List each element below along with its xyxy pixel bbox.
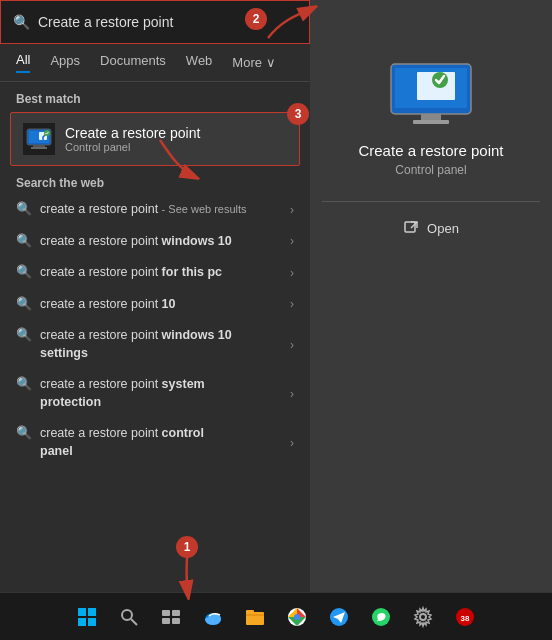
search-icon-6: 🔍 bbox=[16, 376, 32, 391]
control-panel-icon bbox=[25, 127, 53, 151]
taskbar-whatsapp-icon[interactable] bbox=[363, 599, 399, 635]
web-item-text-4: create a restore point 10 bbox=[40, 296, 176, 314]
svg-rect-10 bbox=[421, 114, 441, 121]
search-icon-5: 🔍 bbox=[16, 327, 32, 342]
web-item-4[interactable]: 🔍 create a restore point 10 › bbox=[0, 289, 310, 321]
search-icon-1: 🔍 bbox=[16, 201, 32, 216]
web-item-left-3: 🔍 create a restore point for this pc bbox=[16, 264, 282, 282]
edge-icon bbox=[202, 606, 224, 628]
chat-icon bbox=[328, 606, 350, 628]
web-item-left-2: 🔍 create a restore point windows 10 bbox=[16, 233, 282, 251]
taskbar-windows-icon[interactable] bbox=[69, 599, 105, 635]
search-icon-3: 🔍 bbox=[16, 264, 32, 279]
svg-point-18 bbox=[122, 610, 132, 620]
chrome-icon bbox=[286, 606, 308, 628]
search-icon: 🔍 bbox=[13, 14, 30, 30]
web-item-text-5: create a restore point windows 10setting… bbox=[40, 327, 232, 362]
nav-tabs: All Apps Documents Web More ∨ bbox=[0, 44, 310, 82]
svg-point-32 bbox=[420, 614, 426, 620]
svg-rect-2 bbox=[31, 147, 47, 149]
rp-icon-container bbox=[386, 60, 476, 130]
taskbar-search-glyph bbox=[119, 607, 139, 627]
best-match-title: Create a restore point bbox=[65, 125, 200, 141]
tab-more[interactable]: More ∨ bbox=[232, 55, 275, 70]
file-explorer-icon bbox=[244, 606, 266, 628]
tab-documents[interactable]: Documents bbox=[100, 53, 166, 72]
search-icon-2: 🔍 bbox=[16, 233, 32, 248]
open-icon bbox=[403, 220, 419, 236]
web-item-6[interactable]: 🔍 create a restore point systemprotectio… bbox=[0, 369, 310, 418]
badge-3: 3 bbox=[287, 103, 309, 125]
rp-divider bbox=[322, 201, 540, 202]
chevron-right-3: › bbox=[290, 266, 294, 280]
search-window: 🔍 All Apps Documents Web More ∨ Best mat… bbox=[0, 0, 310, 600]
web-item-text-2: create a restore point windows 10 bbox=[40, 233, 232, 251]
rp-monitor-icon bbox=[387, 62, 475, 128]
web-item-5[interactable]: 🔍 create a restore point windows 10setti… bbox=[0, 320, 310, 369]
tab-apps[interactable]: Apps bbox=[50, 53, 80, 72]
best-match-text: Create a restore point Control panel bbox=[65, 125, 200, 153]
web-item-left-7: 🔍 create a restore point controlpanel bbox=[16, 425, 282, 460]
settings-gear-icon bbox=[412, 606, 434, 628]
web-item-left-6: 🔍 create a restore point systemprotectio… bbox=[16, 376, 282, 411]
svg-text:38: 38 bbox=[461, 614, 470, 623]
svg-point-29 bbox=[294, 614, 300, 620]
chevron-right-2: › bbox=[290, 234, 294, 248]
best-match-subtitle: Control panel bbox=[65, 141, 200, 153]
taskbar-search-icon[interactable] bbox=[111, 599, 147, 635]
rp-subtitle: Control panel bbox=[395, 163, 466, 177]
search-bar[interactable]: 🔍 bbox=[0, 0, 310, 44]
svg-rect-21 bbox=[172, 610, 180, 616]
svg-rect-26 bbox=[246, 610, 254, 614]
svg-rect-15 bbox=[88, 608, 96, 616]
svg-rect-23 bbox=[172, 618, 180, 624]
taskbar-telegram-icon[interactable] bbox=[321, 599, 357, 635]
search-icon-4: 🔍 bbox=[16, 296, 32, 311]
rp-title: Create a restore point bbox=[358, 142, 503, 159]
chevron-right-6: › bbox=[290, 387, 294, 401]
right-panel: Create a restore point Control panel Ope… bbox=[310, 0, 552, 600]
web-item-text-7: create a restore point controlpanel bbox=[40, 425, 204, 460]
best-match-icon bbox=[23, 123, 55, 155]
web-item-left-4: 🔍 create a restore point 10 bbox=[16, 296, 282, 314]
svg-rect-12 bbox=[405, 222, 415, 232]
web-item-text-3: create a restore point for this pc bbox=[40, 264, 222, 282]
chevron-right-4: › bbox=[290, 297, 294, 311]
web-item-text-1: create a restore point - See web results bbox=[40, 201, 247, 219]
svg-rect-22 bbox=[162, 618, 170, 624]
web-search-label: Search the web bbox=[0, 166, 310, 194]
web-item-left-5: 🔍 create a restore point windows 10setti… bbox=[16, 327, 282, 362]
chevron-right-1: › bbox=[290, 203, 294, 217]
web-item-7[interactable]: 🔍 create a restore point controlpanel › bbox=[0, 418, 310, 467]
svg-rect-14 bbox=[78, 608, 86, 616]
rp-open-button[interactable]: Open bbox=[395, 216, 467, 240]
tab-web[interactable]: Web bbox=[186, 53, 213, 72]
web-item-2[interactable]: 🔍 create a restore point windows 10 › bbox=[0, 226, 310, 258]
chevron-right-7: › bbox=[290, 436, 294, 450]
task-view-icon bbox=[161, 607, 181, 627]
taskbar-chrome-icon[interactable] bbox=[279, 599, 315, 635]
taskbar-edge-icon[interactable] bbox=[195, 599, 231, 635]
best-match-item[interactable]: Create a restore point Control panel 3 bbox=[10, 112, 300, 166]
svg-line-19 bbox=[131, 619, 137, 625]
web-item-1[interactable]: 🔍 create a restore point - See web resul… bbox=[0, 194, 310, 226]
taskbar-settings-icon[interactable] bbox=[405, 599, 441, 635]
web-item-left-1: 🔍 create a restore point - See web resul… bbox=[16, 201, 282, 219]
taskbar-task-view[interactable] bbox=[153, 599, 189, 635]
taskbar: 38 bbox=[0, 592, 552, 640]
chevron-right-5: › bbox=[290, 338, 294, 352]
taskbar-file-explorer-icon[interactable] bbox=[237, 599, 273, 635]
whatsapp-icon bbox=[370, 606, 392, 628]
search-icon-7: 🔍 bbox=[16, 425, 32, 440]
svg-rect-17 bbox=[88, 618, 96, 626]
svg-rect-11 bbox=[413, 120, 449, 124]
search-input[interactable] bbox=[38, 14, 297, 30]
svg-rect-16 bbox=[78, 618, 86, 626]
taskbar-notification-icon[interactable]: 38 bbox=[447, 599, 483, 635]
web-item-3[interactable]: 🔍 create a restore point for this pc › bbox=[0, 257, 310, 289]
svg-line-13 bbox=[411, 222, 417, 228]
tab-all[interactable]: All bbox=[16, 52, 30, 73]
windows-logo-icon bbox=[77, 607, 97, 627]
svg-rect-20 bbox=[162, 610, 170, 616]
notification-icon: 38 bbox=[454, 606, 476, 628]
